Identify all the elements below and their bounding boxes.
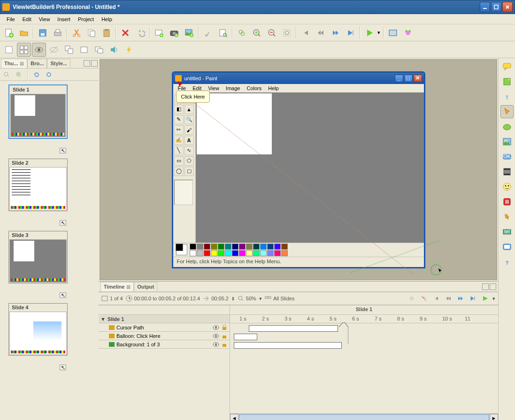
color-swatch[interactable] (260, 244, 267, 250)
thumbnail-4[interactable]: Slide 4 (8, 303, 68, 356)
close-button[interactable] (502, 2, 513, 12)
arrange-button[interactable] (62, 43, 76, 57)
eye-icon[interactable] (213, 324, 219, 331)
hidden-layer-button[interactable] (47, 43, 61, 57)
color-swatch[interactable] (225, 250, 231, 256)
rect-icon[interactable]: ▭ (174, 156, 184, 166)
image-tool-button[interactable] (500, 135, 514, 148)
airbrush-icon[interactable]: ✍ (174, 136, 184, 145)
text-icon[interactable]: A (184, 136, 194, 145)
panel-restore-icon[interactable] (84, 60, 90, 67)
scroll-thumb[interactable] (239, 414, 489, 420)
flash-button[interactable] (122, 43, 136, 57)
balloon-tooltip[interactable]: Click Here (176, 91, 210, 103)
layer-balloon[interactable]: Balloon: Click Here (99, 332, 230, 340)
zoom-out-thumb-icon[interactable] (2, 70, 11, 79)
color-swatch[interactable] (218, 250, 224, 256)
movie-tool-button[interactable] (500, 165, 514, 178)
delete-button[interactable] (118, 26, 132, 40)
open-button[interactable] (17, 26, 31, 40)
minimize-button[interactable] (480, 2, 490, 12)
track-cursor-path[interactable] (249, 325, 338, 332)
refresh-all-icon[interactable] (44, 70, 54, 79)
thumbnail-2[interactable]: Slide 2 (8, 159, 68, 211)
cut-button[interactable] (69, 26, 84, 40)
unlink-button[interactable] (419, 294, 429, 303)
brush-icon[interactable]: 🖌 (184, 125, 194, 135)
color-swatch[interactable] (197, 244, 203, 250)
playhead-icon[interactable] (339, 322, 348, 346)
fill-icon[interactable]: ▲ (184, 105, 194, 114)
first-button[interactable] (299, 26, 313, 40)
menu-edit[interactable]: Edit (19, 15, 35, 23)
paint-maximize-button[interactable]: □ (404, 75, 413, 82)
link-button[interactable] (407, 294, 416, 303)
tl-first-button[interactable] (431, 294, 441, 303)
color-swatch[interactable] (190, 244, 196, 250)
next-button[interactable] (329, 26, 343, 40)
curve-icon[interactable]: ∿ (184, 146, 194, 155)
paint-menu-image[interactable]: Image (223, 85, 243, 91)
zoom-icon[interactable]: 🔍 (184, 115, 194, 124)
spinner-icon[interactable]: ▲▼ (231, 296, 235, 301)
color-swatch[interactable] (274, 250, 281, 256)
panel-min-icon[interactable] (91, 60, 98, 67)
tl-play-button[interactable] (480, 294, 490, 303)
timeline-tracks[interactable]: Slide 1 1 s2 s3 s4 s5 s6 s7 s8 s9 s10 s1… (230, 305, 498, 420)
color-swatch[interactable] (218, 244, 224, 250)
menu-view[interactable]: View (35, 15, 54, 23)
copy-button[interactable] (85, 26, 99, 40)
paint-menu-edit[interactable]: Edit (190, 85, 204, 91)
paint-minimize-button[interactable]: _ (395, 75, 403, 82)
zoom-in-thumb-icon[interactable] (14, 70, 23, 79)
preview-button[interactable] (235, 26, 249, 40)
eraser-icon[interactable]: ◧ (174, 105, 184, 114)
layer-background[interactable]: Background: 1 of 3 (99, 340, 230, 349)
picker-icon[interactable]: ✎ (174, 115, 184, 124)
paint-canvas[interactable] (196, 92, 424, 243)
eye-icon[interactable] (213, 341, 219, 348)
insert-image-button[interactable] (182, 26, 196, 40)
color-swatch[interactable] (211, 250, 217, 256)
lock-icon[interactable] (221, 341, 228, 348)
track-balloon[interactable] (234, 334, 257, 340)
slideshow-button[interactable] (92, 43, 106, 57)
thumbnails-view-button[interactable] (17, 43, 31, 57)
paste-button[interactable] (100, 26, 114, 40)
color-swatch[interactable] (267, 250, 274, 256)
color-swatch[interactable] (260, 250, 267, 256)
color-swatch[interactable] (239, 244, 246, 250)
color-selector[interactable] (176, 244, 187, 255)
prev-button[interactable] (314, 26, 328, 40)
tab-output[interactable]: Output (134, 282, 157, 291)
color-swatch[interactable] (274, 244, 281, 250)
pause-zone-button[interactable] (500, 195, 514, 208)
pencil-icon[interactable]: ✏ (174, 125, 184, 135)
color-swatch[interactable] (232, 244, 238, 250)
tl-prev-button[interactable] (444, 294, 453, 303)
tab-thumbnails[interactable]: Thu...⊠ (1, 59, 27, 68)
sound-button[interactable] (107, 43, 121, 57)
refresh-thumb-icon[interactable] (32, 70, 41, 79)
color-swatch[interactable] (190, 250, 196, 256)
menu-file[interactable]: File (3, 15, 19, 23)
dropdown-icon[interactable]: ▾ (492, 296, 495, 302)
tab-close-icon[interactable]: ⊠ (126, 284, 131, 290)
color-swatch[interactable] (246, 244, 253, 250)
zoom-out-button[interactable] (265, 26, 279, 40)
color-swatch[interactable] (253, 244, 260, 250)
find-button[interactable] (216, 26, 230, 40)
insert-slide-button[interactable] (152, 26, 166, 40)
dropdown-icon[interactable]: ▾ (259, 296, 262, 302)
zoom-fit-button[interactable] (280, 26, 294, 40)
timeline-slide-header[interactable]: ▼Slide 1 (99, 315, 230, 323)
timeline-ruler[interactable]: 1 s2 s3 s4 s5 s6 s7 s8 s9 s10 s11 (230, 315, 498, 323)
play-button[interactable] (362, 26, 377, 40)
click-zone-button[interactable] (500, 210, 514, 223)
new-button[interactable] (2, 26, 16, 40)
cursor-tool-button[interactable] (500, 105, 514, 118)
thumbnail-1[interactable]: Slide 1 (8, 84, 68, 139)
color-swatch[interactable] (239, 250, 246, 256)
tab-timeline[interactable]: Timeline⊠ (100, 282, 134, 291)
keystroke-zone-button[interactable] (500, 240, 514, 253)
